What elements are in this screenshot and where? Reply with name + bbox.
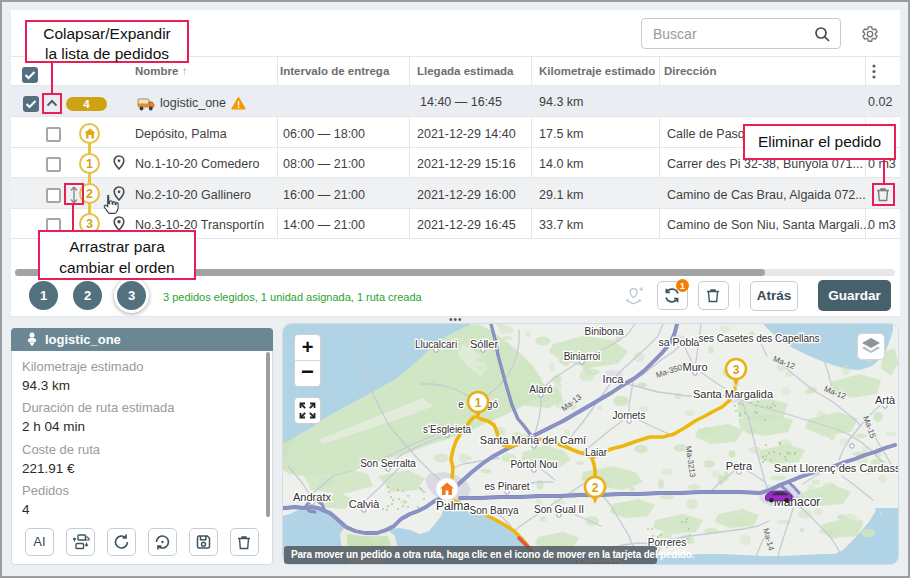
- svg-text:Sóller: Sóller: [470, 338, 498, 350]
- svg-text:Jornets: Jornets: [613, 410, 646, 421]
- svg-text:s'Esgleieta: s'Esgleieta: [423, 424, 471, 435]
- svg-text:1: 1: [475, 396, 482, 410]
- svg-text:Andratx: Andratx: [293, 491, 331, 503]
- svg-text:Alaró: Alaró: [529, 384, 553, 395]
- svg-text:Son Serralta: Son Serralta: [360, 458, 416, 469]
- svg-text:Sant Llorenç des Cardassar: Sant Llorenç des Cardassar: [774, 462, 898, 474]
- svg-text:Inca: Inca: [603, 373, 625, 385]
- svg-text:3: 3: [733, 363, 740, 377]
- svg-text:ses Casetes des Capellans: ses Casetes des Capellans: [698, 333, 819, 344]
- svg-text:Son Gual II: Son Gual II: [534, 504, 584, 515]
- svg-text:Artà: Artà: [875, 394, 896, 406]
- svg-text:Muro: Muro: [682, 361, 707, 373]
- svg-text:sa Pobla: sa Pobla: [659, 336, 700, 348]
- svg-text:e: e: [458, 399, 464, 410]
- svg-text:Llucalcari: Llucalcari: [415, 339, 457, 350]
- svg-text:Santa Margalida: Santa Margalida: [693, 388, 774, 400]
- svg-text:Binibona: Binibona: [585, 326, 624, 337]
- svg-text:es Pinaret: es Pinaret: [484, 481, 529, 492]
- svg-text:Biniarroi: Biniarroi: [564, 351, 601, 362]
- svg-text:Son Banya: Son Banya: [470, 505, 519, 516]
- svg-text:2: 2: [592, 481, 599, 495]
- svg-text:Palma: Palma: [436, 499, 470, 513]
- svg-text:Petra: Petra: [726, 460, 753, 472]
- svg-text:Pòrtol Nou: Pòrtol Nou: [510, 459, 557, 470]
- svg-text:Calvià: Calvià: [349, 498, 380, 510]
- svg-text:Laiar: Laiar: [585, 447, 608, 458]
- svg-text:Santa Maria del Camí: Santa Maria del Camí: [480, 434, 586, 446]
